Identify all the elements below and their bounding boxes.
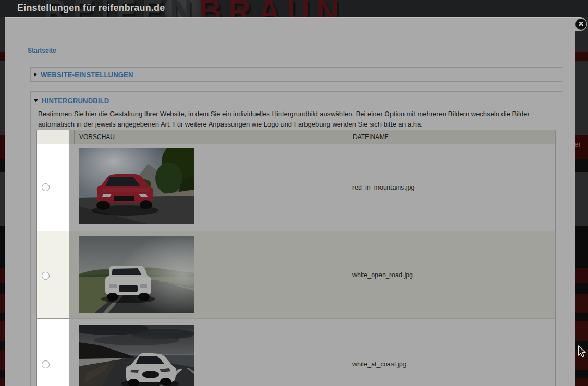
- filename: red_in_mountains.jpg: [352, 144, 415, 231]
- section-website-einstellungen-header[interactable]: WEBSITE-EINSTELLUNGEN: [34, 68, 133, 81]
- section-hintergrundbild-header[interactable]: HINTERGRUNDBILD: [34, 94, 109, 107]
- preview-image-white-at-coast: [79, 325, 194, 386]
- screen: REIFENBRAUN er Einstellungen für reifenb…: [0, 0, 588, 386]
- section-description: Bestimmen Sie hier die Gestaltung Ihrer …: [38, 109, 556, 130]
- radio-cell: [37, 231, 69, 318]
- radio-red-in-mountains[interactable]: [42, 183, 50, 191]
- section-label: WEBSITE-EINSTELLUNGEN: [41, 71, 133, 79]
- settings-modal: Startseite WEBSITE-EINSTELLUNGEN HINTERG…: [5, 17, 575, 386]
- radio-cell: [37, 319, 69, 386]
- radio-white-open-road[interactable]: [42, 272, 50, 280]
- chevron-right-icon: [34, 72, 37, 77]
- background-image-table: VORSCHAU DATEINAME: [36, 130, 556, 386]
- table-header-select-column: [37, 130, 69, 144]
- section-label: HINTERGRUNDBILD: [42, 97, 109, 105]
- table-header-vorschau: VORSCHAU: [74, 130, 347, 144]
- breadcrumb-startseite[interactable]: Startseite: [28, 47, 56, 54]
- section-hintergrundbild: HINTERGRUNDBILD Bestimmen Sie hier die G…: [30, 91, 562, 386]
- mouse-cursor-icon: [578, 345, 588, 358]
- table-row[interactable]: white_at_coast.jpg: [37, 318, 555, 386]
- settings-title: Einstellungen für reifenbraun.de: [17, 3, 165, 14]
- table-row[interactable]: white_open_road.jpg: [37, 231, 555, 318]
- close-icon: ✕: [578, 20, 583, 28]
- table-header-row: VORSCHAU DATEINAME: [37, 130, 555, 144]
- filename: white_at_coast.jpg: [352, 319, 407, 386]
- preview-image-red-in-mountains: [79, 148, 194, 224]
- close-button[interactable]: ✕: [575, 19, 586, 30]
- radio-cell: [37, 144, 69, 231]
- table-row[interactable]: red_in_mountains.jpg: [37, 144, 555, 231]
- section-website-einstellungen[interactable]: WEBSITE-EINSTELLUNGEN: [30, 67, 562, 82]
- filename: white_open_road.jpg: [352, 231, 413, 318]
- preview-image-white-open-road: [79, 236, 194, 313]
- table-header-dateiname: DATEINAME: [347, 130, 555, 144]
- chevron-down-icon: [34, 99, 38, 102]
- radio-white-at-coast[interactable]: [42, 360, 50, 368]
